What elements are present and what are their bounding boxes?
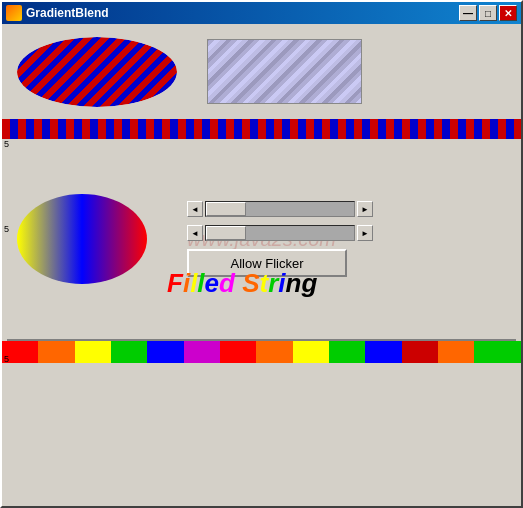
maximize-button[interactable]: □: [479, 5, 497, 21]
scroll-right-1[interactable]: ►: [357, 201, 373, 217]
title-bar-left: GradientBlend: [6, 5, 109, 21]
close-button[interactable]: ✕: [499, 5, 517, 21]
title-buttons: — □ ✕: [459, 5, 517, 21]
minimize-button[interactable]: —: [459, 5, 477, 21]
scroll-thumb-1[interactable]: [206, 202, 246, 216]
scroll-left-1[interactable]: ◄: [187, 201, 203, 217]
title-bar: GradientBlend — □ ✕: [2, 2, 521, 24]
filled-string-text: Filled String: [167, 268, 317, 299]
top-section: [2, 24, 521, 119]
controls-area: ◄ ► ◄ ► Allow Flicker: [187, 201, 373, 277]
ruler-label-3: 5: [4, 354, 9, 364]
scroll-thumb-2[interactable]: [206, 226, 246, 240]
color-rectangle: [207, 39, 362, 104]
rainbow-band: [2, 341, 521, 363]
striped-ellipse: [17, 37, 177, 107]
scrollbar-1: ◄ ►: [187, 201, 373, 217]
window-title: GradientBlend: [26, 6, 109, 20]
scrollbar-2: ◄ ►: [187, 225, 373, 241]
color-rect-inner: [207, 39, 362, 104]
main-window: GradientBlend — □ ✕ www.java2s.com: [0, 0, 523, 508]
scroll-track-1[interactable]: [205, 201, 355, 217]
app-icon: [6, 5, 22, 21]
striped-ellipse-inner: [17, 37, 177, 107]
ruler-label-2: 5: [4, 224, 9, 234]
ruler-label-1: 5: [4, 139, 9, 149]
scroll-right-2[interactable]: ►: [357, 225, 373, 241]
scroll-left-2[interactable]: ◄: [187, 225, 203, 241]
scroll-track-2[interactable]: [205, 225, 355, 241]
stripe-band-top: [2, 119, 521, 139]
window-content: www.java2s.com ◄ ► ◄: [2, 24, 521, 506]
middle-section: www.java2s.com ◄ ► ◄: [2, 139, 521, 339]
bottom-area: [2, 363, 521, 373]
gradient-ellipse: [17, 194, 147, 284]
